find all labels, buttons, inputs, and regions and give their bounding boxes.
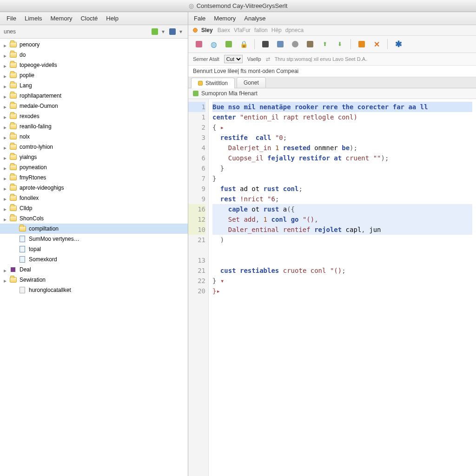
- menu-limels[interactable]: Limels: [25, 15, 42, 22]
- tree-item[interactable]: ▸ShonCols: [0, 213, 188, 224]
- expand-arrow-icon[interactable]: ▸: [4, 185, 8, 190]
- menu-file[interactable]: File: [7, 15, 16, 22]
- expand-arrow-icon[interactable]: ▸: [4, 114, 8, 119]
- expand-arrow-icon[interactable]: ▸: [4, 278, 8, 282]
- breadcrumb-item[interactable]: VfaFur: [234, 27, 251, 33]
- disk-button[interactable]: [223, 39, 235, 50]
- circle-button[interactable]: [289, 39, 301, 50]
- code-line[interactable]: { ▸: [212, 122, 472, 132]
- menu-clocte[interactable]: Clocté: [80, 15, 98, 22]
- tab-stwittion[interactable]: Stwitltlon: [191, 78, 235, 88]
- chevron-down-icon[interactable]: ▾: [179, 28, 182, 35]
- menu-analyse[interactable]: Analyse: [244, 15, 265, 22]
- expand-arrow-icon[interactable]: ▸: [4, 216, 8, 221]
- tree-item[interactable]: topal: [0, 244, 188, 254]
- menu-help[interactable]: Help: [106, 15, 119, 22]
- expand-arrow-icon[interactable]: ▸: [4, 206, 8, 211]
- expand-arrow-icon[interactable]: [13, 288, 18, 292]
- up-arrow-button[interactable]: ⬆: [319, 39, 331, 50]
- tree-item[interactable]: ▸rophllapartement: [0, 91, 188, 101]
- square-dark-button[interactable]: [259, 39, 271, 50]
- project-tree[interactable]: ▸penoory▸do▸topeoge-vidells▸poplie▸Lang▸…: [0, 39, 188, 476]
- code-line[interactable]: }▸: [212, 286, 472, 296]
- expand-arrow-icon[interactable]: ▸: [4, 267, 8, 272]
- expand-arrow-icon[interactable]: ▸: [4, 42, 8, 47]
- expand-arrow-icon[interactable]: ▸: [4, 196, 8, 200]
- expand-arrow-icon[interactable]: [13, 237, 18, 241]
- expand-arrow-icon[interactable]: ▸: [4, 73, 8, 78]
- expand-arrow-icon[interactable]: ▸: [4, 165, 8, 170]
- square-orange-button[interactable]: [356, 39, 368, 50]
- expand-arrow-icon[interactable]: ▸: [4, 104, 8, 108]
- tree-item[interactable]: ▸poyneation: [0, 162, 188, 172]
- code-line[interactable]: cust restiables cruote conl "();: [212, 265, 472, 276]
- card-button[interactable]: [304, 39, 316, 50]
- building-button[interactable]: [193, 39, 205, 50]
- tab-gonet[interactable]: Gonet: [237, 77, 266, 88]
- expand-arrow-icon[interactable]: ▸: [4, 93, 8, 98]
- expand-arrow-icon[interactable]: ▸: [4, 145, 8, 149]
- menu-memory2[interactable]: Memory: [214, 15, 236, 22]
- menu-fale[interactable]: Fale: [194, 15, 205, 22]
- tree-item[interactable]: ▸Lang: [0, 80, 188, 91]
- expand-arrow-icon[interactable]: ▸: [4, 53, 8, 57]
- code-line[interactable]: [212, 255, 472, 265]
- tree-item[interactable]: ▸fmyRtones: [0, 172, 188, 183]
- code-line[interactable]: }: [212, 163, 472, 173]
- tree-item[interactable]: Somexkord: [0, 254, 188, 264]
- code-line[interactable]: Dalerjet_in 1 reseted onmner be);: [212, 143, 472, 153]
- tree-item[interactable]: ▸Deal: [0, 264, 188, 275]
- tree-item[interactable]: ▸comtro-lyhion: [0, 142, 188, 152]
- breadcrumb-current[interactable]: Sley: [201, 27, 213, 33]
- expand-arrow-icon[interactable]: [13, 247, 18, 251]
- menu-memory[interactable]: Memory: [51, 15, 73, 22]
- expand-arrow-icon[interactable]: ▸: [4, 155, 8, 159]
- breadcrumb-item[interactable]: dpneca: [285, 27, 304, 33]
- breadcrumb-item[interactable]: fallon: [254, 27, 268, 33]
- expand-arrow-icon[interactable]: ▸: [4, 124, 8, 129]
- tree-item[interactable]: compiltation: [0, 224, 188, 234]
- code-line[interactable]: [212, 245, 472, 255]
- globe-button[interactable]: ◍: [208, 39, 220, 50]
- code-line[interactable]: Set add, 1 conl go "(),: [212, 214, 472, 225]
- code-line[interactable]: caple ot rust a({: [212, 204, 472, 214]
- expand-arrow-icon[interactable]: [13, 226, 18, 231]
- tree-item[interactable]: ▸medale-Oumon: [0, 101, 188, 111]
- code-line[interactable]: fust ad ot rust conl;: [212, 184, 472, 194]
- close-x-button[interactable]: ✕: [370, 39, 383, 50]
- tree-item[interactable]: ▸fonollex: [0, 193, 188, 203]
- pencil-button[interactable]: [274, 39, 286, 50]
- add-item-button[interactable]: [150, 27, 160, 36]
- code-line[interactable]: Cuopse_il fejally restifor at cruent "")…: [212, 153, 472, 163]
- tree-item[interactable]: ▸penoory: [0, 40, 188, 50]
- star-blue-button[interactable]: ✱: [392, 39, 404, 50]
- tree-item[interactable]: ▸poplie: [0, 70, 188, 80]
- breadcrumb-item[interactable]: Hëp: [271, 27, 282, 33]
- code-line[interactable]: rest !nrict "6;: [212, 194, 472, 204]
- expand-arrow-icon[interactable]: ▸: [4, 175, 8, 180]
- code-line[interactable]: center "ention_il rapt retlogle conl): [212, 112, 472, 122]
- code-editor[interactable]: 11234667991612102113212220 Bue nso mil n…: [188, 99, 476, 476]
- code-area[interactable]: Bue nso mil nenatäpe rooker rere the cor…: [209, 99, 476, 476]
- expand-arrow-icon[interactable]: [13, 257, 18, 262]
- tree-item[interactable]: ▸do: [0, 50, 188, 60]
- tree-item[interactable]: ▸rexodes: [0, 111, 188, 121]
- tree-item[interactable]: ▸reanllo-faling: [0, 121, 188, 132]
- code-line[interactable]: }: [212, 173, 472, 184]
- tree-item[interactable]: ▸yialngs: [0, 152, 188, 162]
- down-arrow-button[interactable]: ⬇: [334, 39, 346, 50]
- tree-item[interactable]: SumMoo vertynes…: [0, 234, 188, 244]
- code-line[interactable]: Bue nso mil nenatäpe rooker rere the cor…: [212, 102, 472, 112]
- code-line[interactable]: Daler_entinal rentief rejolet capl, jun: [212, 225, 472, 235]
- code-line[interactable]: restife call "0;: [212, 132, 472, 143]
- lock-button[interactable]: 🔒: [238, 39, 250, 50]
- breadcrumb-item[interactable]: Baex: [218, 27, 230, 33]
- code-line[interactable]: ): [212, 235, 472, 245]
- config-select[interactable]: Cut: [224, 55, 243, 63]
- expand-arrow-icon[interactable]: ▸: [4, 134, 8, 139]
- tree-item[interactable]: ▸aprote-videoghigs: [0, 183, 188, 193]
- save-button[interactable]: [167, 27, 178, 36]
- chevron-down-icon[interactable]: ▾: [162, 28, 165, 35]
- expand-arrow-icon[interactable]: ▸: [4, 83, 8, 88]
- tree-item[interactable]: ▸nolx: [0, 132, 188, 142]
